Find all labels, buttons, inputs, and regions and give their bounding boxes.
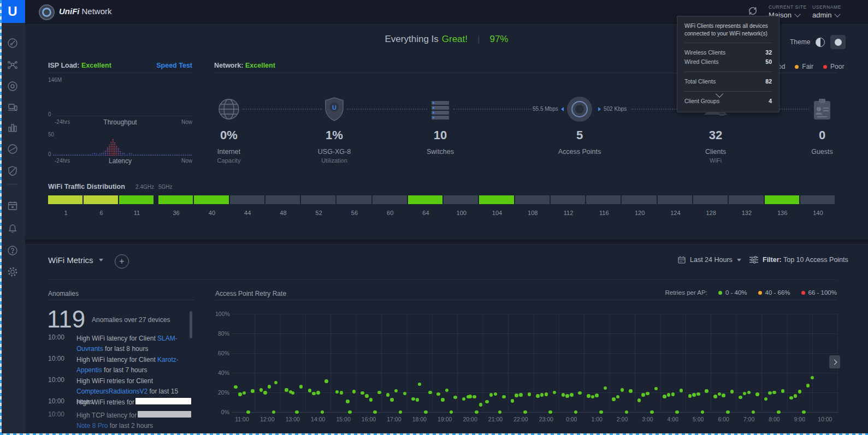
legend-label: 66 - 100%: [808, 289, 837, 296]
next-chart-button[interactable]: [829, 355, 840, 368]
retry-data-point: [274, 381, 278, 385]
anomaly-client-link[interactable]: Note 8 Pro: [76, 422, 108, 430]
channel-label-60: 60: [373, 210, 408, 216]
retry-data-point: [473, 395, 476, 399]
retry-data-point: [234, 385, 238, 389]
gridline-h: [232, 314, 838, 314]
legend-item: 0 - 40%: [718, 289, 747, 296]
channel-segment-120: [622, 195, 657, 204]
sidebar-item-events[interactable]: [7, 200, 19, 212]
retry-data-point: [312, 392, 316, 396]
refresh-icon[interactable]: [747, 5, 759, 17]
ubiquiti-logo[interactable]: U: [0, 0, 25, 23]
gridline-v: [432, 314, 433, 412]
user-menu[interactable]: USERNAME admin: [812, 4, 841, 19]
retry-data-point: [321, 410, 324, 414]
gridline-h: [232, 373, 838, 373]
gridline-v: [736, 314, 737, 412]
anomaly-client-link[interactable]: CompteursRadiationsV2: [76, 388, 147, 395]
retry-data-point: [641, 393, 645, 397]
sidebar-item-dashboard[interactable]: [7, 37, 19, 49]
internet-sublabel: Capacity: [202, 157, 256, 164]
sidebar-item-threat-management[interactable]: [7, 165, 19, 177]
status-separator: |: [477, 34, 480, 44]
retry-data-point: [390, 398, 394, 402]
plus-icon: +: [119, 257, 124, 266]
add-metric-button[interactable]: +: [115, 254, 129, 269]
throughput-left-label: -24hrs: [55, 119, 70, 125]
isp-load-label: ISP Load:: [48, 62, 79, 69]
guests-icon[interactable]: [810, 97, 834, 122]
internet-globe-icon[interactable]: [217, 97, 241, 121]
wifi-metrics-dropdown[interactable]: WiFi Metrics: [48, 255, 103, 265]
retry-data-point: [418, 383, 422, 386]
sidebar-item-topology[interactable]: [7, 59, 19, 71]
gridline-v: [457, 314, 458, 412]
channel-segment-56: [336, 195, 372, 204]
anomaly-client-link[interactable]: Karotz-Appentis: [76, 356, 179, 374]
channel-segment-136: [765, 195, 800, 204]
retry-data-point: [316, 391, 320, 395]
retry-data-point: [578, 391, 582, 395]
gateway-shield-icon[interactable]: U: [322, 96, 346, 122]
channel-segment-104: [479, 195, 515, 204]
channel-label-52: 52: [301, 210, 336, 216]
tooltip-divider: [684, 43, 772, 43]
theme-dark-toggle[interactable]: [830, 35, 846, 49]
gridline-v: [761, 314, 762, 412]
retry-data-point: [441, 398, 445, 402]
gateway-value: 1%: [312, 128, 356, 142]
theme-light-icon[interactable]: [816, 38, 825, 47]
channel-label-100: 100: [444, 210, 479, 216]
sidebar-item-insights[interactable]: [7, 143, 19, 155]
channel-segment-60: [373, 195, 408, 204]
anomaly-client-link[interactable]: SLAM-Ouvrants: [76, 335, 178, 353]
anomaly-row: 10:00High TCP latency for Client Note 8 …: [48, 410, 192, 432]
sidebar-item-devices[interactable]: [7, 80, 19, 92]
gridline-v: [483, 314, 483, 412]
tooltip-total-row: Total Clients82: [684, 77, 772, 86]
retry-data-point: [523, 410, 527, 414]
channel-segment-6: [84, 195, 119, 204]
channel-label-44: 44: [230, 210, 265, 216]
x-axis-tick: 20:00: [458, 416, 482, 422]
legend-dot-icon: [758, 291, 762, 295]
retry-data-point: [462, 397, 466, 401]
gateway-label: USG-XG-8: [307, 148, 362, 156]
calendar-icon: [678, 256, 686, 264]
ap-upload-value: 502 Kbps: [604, 106, 627, 112]
retry-data-point: [789, 396, 793, 400]
sidebar-item-settings[interactable]: [7, 266, 19, 278]
gridline-v: [711, 314, 711, 412]
tooltip-row-value: 82: [765, 77, 772, 86]
clients-sublabel: WiFi: [688, 157, 743, 164]
tooltip-row-label: Wired Clients: [684, 57, 718, 67]
y-axis-tick: 20%: [215, 389, 229, 396]
tooltip-line1: WiFi Clients represents all devices: [684, 23, 768, 29]
isp-load-status: Excellent: [81, 62, 111, 69]
channel-segment-116: [586, 195, 622, 204]
filter-control[interactable]: Filter: Top 10 Access Points: [749, 256, 848, 264]
switches-icon[interactable]: [428, 97, 452, 121]
retry-legend: Retries per AP: 0 - 40%40 - 66%66 - 100%: [645, 289, 837, 296]
sidebar-item-clients[interactable]: [7, 101, 19, 113]
sidebar-item-alerts[interactable]: [7, 222, 19, 234]
selection-border-left: [0, 0, 2, 435]
sidebar-item-help[interactable]: [7, 245, 19, 257]
connector-line: [453, 109, 532, 110]
tooltip-groups-row: Client Groups4: [684, 97, 772, 106]
access-point-icon[interactable]: [566, 96, 593, 123]
status-score: 97%: [489, 34, 508, 44]
gridline-v: [356, 314, 357, 412]
retry-data-point: [777, 410, 781, 414]
retry-data-point: [718, 392, 722, 396]
speed-test-link[interactable]: Speed Test: [138, 62, 192, 69]
svg-text:U: U: [332, 104, 336, 111]
access-points-label: Access Points: [552, 148, 607, 156]
tooltip-row-value: 32: [765, 48, 772, 57]
connector-line: [347, 109, 427, 110]
retry-data-point: [285, 388, 288, 392]
time-range-dropdown[interactable]: Last 24 Hours: [678, 256, 741, 264]
tooltip-row-value: 50: [765, 57, 772, 67]
sidebar-item-statistics[interactable]: [7, 122, 19, 134]
